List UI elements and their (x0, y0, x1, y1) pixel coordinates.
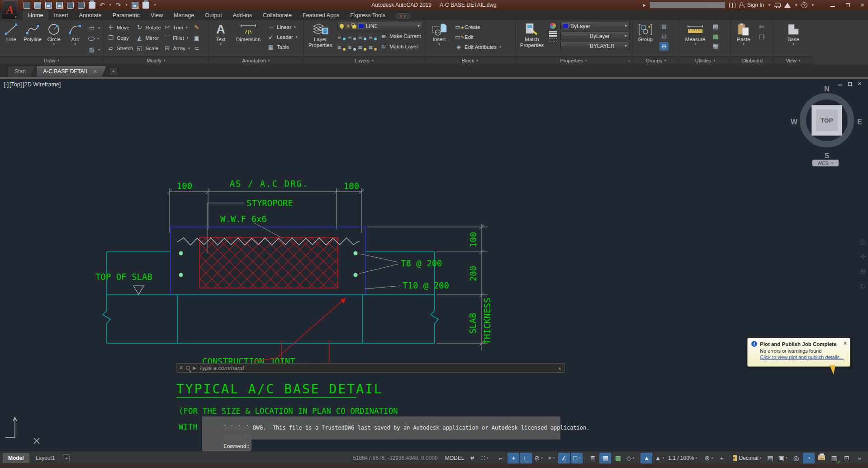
batch-plot-icon[interactable] (142, 2, 149, 9)
polar-tracking-toggle[interactable]: ⊘▼ (533, 453, 545, 463)
redo-caret-icon[interactable]: ▼ (125, 4, 128, 6)
erase-button[interactable]: ✎ (192, 23, 201, 32)
layer-isolate-icon[interactable]: ≡ (348, 33, 356, 40)
tab-express-tools[interactable]: Express Tools (345, 10, 391, 20)
undo-caret-icon[interactable]: ▼ (109, 4, 112, 6)
panel-label-properties[interactable]: Properties▼ (516, 56, 632, 65)
tab-featured-apps[interactable]: Featured Apps (297, 10, 345, 20)
new-file-icon[interactable] (24, 2, 30, 9)
viewcube[interactable]: N S W E TOP (792, 86, 861, 158)
copy-button[interactable]: ❐Copy (106, 33, 134, 42)
autocad-logo-button[interactable]: A▼ (2, 0, 18, 19)
object-color-icon[interactable] (549, 22, 556, 29)
quick-calculator-button[interactable]: ▩ (711, 32, 720, 41)
notification-close-icon[interactable]: ✕ (843, 340, 847, 346)
layer-unlock-all-icon[interactable]: ≡ (369, 43, 376, 50)
dynamic-input-toggle[interactable]: + (508, 453, 519, 463)
search-input[interactable] (650, 1, 726, 9)
customization-button[interactable]: ≡ (854, 453, 865, 463)
tab-parametric[interactable]: Parametric (107, 10, 145, 20)
arc-button[interactable]: Arc ▼ (66, 22, 84, 46)
create-block-button[interactable]: ▭★Create (454, 23, 503, 31)
tab-add-ins[interactable]: Add-ins (228, 10, 257, 20)
properties-dialog-launcher-icon[interactable]: ↘ (627, 59, 631, 63)
new-layout-button[interactable]: + (63, 454, 70, 461)
qat-customize-caret-icon[interactable]: ▼ (153, 4, 156, 6)
file-tab-close-icon[interactable]: ✕ (93, 69, 97, 75)
quick-select-button[interactable]: ▤ (711, 22, 720, 31)
trim-button[interactable]: ✄Trim▼ (162, 23, 191, 32)
app-store-icon[interactable] (775, 3, 781, 7)
layer-lock-icon[interactable]: ≡ (369, 33, 376, 40)
base-button[interactable]: Base ▼ (783, 22, 804, 46)
save-as-icon[interactable] (56, 2, 63, 9)
undo-icon[interactable]: ↶ (100, 2, 105, 8)
rectangle-caret-icon[interactable]: ▼ (98, 27, 100, 29)
explode-button[interactable]: ▣ (192, 33, 201, 42)
command-line[interactable]: ✕ ▶ Type a command ▲ (176, 363, 565, 373)
help-caret-icon[interactable]: ▼ (811, 3, 815, 7)
object-snap-tracking-toggle[interactable]: ∠ (558, 453, 570, 463)
object-snap-toggle[interactable]: □▼ (571, 453, 583, 463)
plot-icon[interactable] (89, 2, 95, 9)
insert-caret-icon[interactable]: ▼ (438, 43, 441, 46)
tab-home[interactable]: Home (23, 10, 48, 20)
pan-icon[interactable]: ✛ (860, 252, 866, 261)
grid-toggle[interactable]: # (466, 453, 478, 463)
infer-constraints-toggle[interactable]: ⌐ (495, 453, 507, 463)
leader-button[interactable]: ↙Leader▼ (266, 33, 299, 41)
panel-label-modify[interactable]: Modify▼ (104, 56, 209, 65)
line-button[interactable]: Line (2, 22, 20, 43)
viewcube-east[interactable]: E (857, 118, 862, 126)
new-drawing-tab-button[interactable]: + (110, 68, 117, 75)
trim-caret-icon[interactable]: ▼ (185, 26, 188, 29)
ucs-icon[interactable] (5, 417, 39, 444)
navigation-wheel-icon[interactable]: ◎ (860, 237, 866, 246)
wcs-dropdown[interactable]: WCS▼ (812, 160, 839, 166)
annotation-visibility-toggle[interactable]: ▲ (640, 453, 652, 463)
linear-caret-icon[interactable]: ▼ (294, 26, 296, 28)
save-to-web-mobile-icon[interactable] (67, 2, 74, 9)
sign-in-caret-icon[interactable]: ▼ (768, 3, 771, 7)
plot-publish-report-button[interactable]: ▥✓ (828, 453, 840, 463)
lineweight-dropdown[interactable]: ByLayer ▼ (560, 32, 630, 40)
cad-drawing[interactable]: 100 AS / A.C DRG. 100 STYROPORE W.W.F 6x… (0, 79, 868, 451)
array-caret-icon[interactable]: ▼ (188, 47, 190, 50)
layer-on-icon[interactable] (340, 24, 344, 28)
offset-button[interactable]: ⊂ (192, 44, 201, 52)
ortho-toggle[interactable]: ∟ (520, 453, 532, 463)
dimension-button[interactable]: Dimension (233, 22, 263, 43)
layer-off-icon[interactable]: ≡ (337, 33, 345, 40)
lineweight-toggle[interactable]: ≣ (587, 453, 598, 463)
panel-label-layers[interactable]: Layers▼ (304, 56, 425, 65)
paste-caret-icon[interactable]: ▼ (742, 43, 745, 46)
display-lock-toggle[interactable]: ▣▼ (777, 453, 789, 463)
ribbon-options-button[interactable]: ▼ (395, 13, 411, 19)
transparency-toggle[interactable]: ▦ (599, 453, 611, 463)
layer-freeze-icon[interactable]: ≡ (358, 33, 366, 40)
file-tab-document[interactable]: A-C BASE DETAIL✕ (37, 66, 106, 77)
polyline-button[interactable]: Polyline (24, 22, 42, 43)
layer-properties-button[interactable]: Layer Properties (306, 22, 334, 48)
autoscale-toggle[interactable]: ▲▼ (653, 453, 666, 463)
panel-label-groups[interactable]: Groups▼ (632, 56, 680, 65)
copy-clip-button[interactable]: ❐ (757, 33, 766, 42)
orbit-icon[interactable]: ↻ (860, 282, 866, 291)
match-layer-button[interactable]: ≋Match Layer (379, 43, 419, 51)
search-scope-caret-icon[interactable]: ▶ (643, 3, 646, 7)
circle-caret-icon[interactable]: ▼ (52, 43, 55, 46)
array-button[interactable]: ⊞Array▼ (162, 44, 191, 52)
workspace-switching-button[interactable]: ⊛▼ (703, 453, 715, 463)
autodesk-app-icon[interactable] (784, 3, 791, 8)
styropore-hatch[interactable] (199, 237, 338, 288)
ellipse-caret-icon[interactable]: ▼ (97, 38, 100, 40)
annotation-monitor-toggle[interactable]: + (716, 453, 728, 463)
3d-object-snap-toggle[interactable]: ◇▼ (625, 453, 636, 463)
measure-caret-icon[interactable]: ▼ (694, 43, 697, 46)
layer-thaw-icon[interactable]: ☀ (346, 24, 351, 29)
layer-unlock-icon[interactable] (352, 25, 356, 28)
tab-annotate[interactable]: Annotate (74, 10, 107, 20)
group-selection-toggle[interactable]: ⊞ (659, 42, 669, 51)
layer-dropdown[interactable]: ☀ LINE ▼ (337, 22, 422, 30)
zoom-icon[interactable]: ⊕ (860, 267, 866, 276)
